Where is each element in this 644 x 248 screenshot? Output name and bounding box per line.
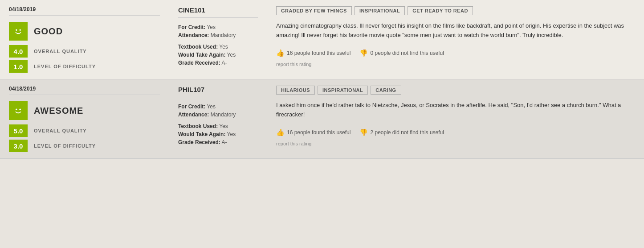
svg-point-1 <box>16 29 17 31</box>
mid-panel: CINE101 For Credit: Yes Attendance: Mand… <box>169 0 267 79</box>
not-helpful-text: 2 people did not find this useful <box>370 129 444 136</box>
tag: GET READY TO READ <box>408 6 473 15</box>
tags-row: GRADED BY FEW THINGSINSPIRATIONALGET REA… <box>276 6 635 15</box>
svg-point-2 <box>19 29 21 31</box>
report-link[interactable]: report this rating <box>276 62 311 67</box>
quality-row: AWESOME <box>9 101 160 120</box>
quality-row: GOOD <box>9 22 160 41</box>
overall-quality-desc: OVERALL QUALITY <box>34 128 87 133</box>
overall-quality-row: 4.0 OVERALL QUALITY <box>9 45 160 58</box>
grade-received: Grade Received: A- <box>178 60 258 66</box>
difficulty-score: 1.0 <box>9 60 28 73</box>
grade-received: Grade Received: A- <box>178 139 258 145</box>
for-credit: For Credit: Yes <box>178 24 258 30</box>
tag: INSPIRATIONAL <box>318 86 368 95</box>
helpful-text: 16 people found this useful <box>287 50 351 56</box>
not-helpful-text: 0 people did not find this useful <box>370 50 444 56</box>
smiley-icon <box>9 22 28 41</box>
feedback-row: 👍 16 people found this useful 👎 2 people… <box>276 128 635 136</box>
thumbs-down-icon: 👎 <box>359 128 368 136</box>
meta-group: Textbook Used: Yes Would Take Again: Yes… <box>178 44 258 66</box>
review-card: 04/18/2019 GOOD 4.0 OVERALL QUALITY 1.0 … <box>0 0 644 79</box>
quality-label: GOOD <box>34 26 63 37</box>
feedback-row: 👍 16 people found this useful 👎 0 people… <box>276 49 635 57</box>
svg-point-4 <box>16 108 17 110</box>
attendance: Attendance: Mandatory <box>178 32 258 38</box>
review-text: Amazing cinematography class. Ill never … <box>276 21 635 40</box>
quality-label: AWESOME <box>34 106 83 116</box>
course-name: PHIL107 <box>178 86 258 97</box>
right-panel: GRADED BY FEW THINGSINSPIRATIONALGET REA… <box>267 0 644 79</box>
difficulty-score: 3.0 <box>9 140 28 152</box>
course-name: CINE101 <box>178 6 258 18</box>
thumbs-up-icon: 👍 <box>276 49 285 57</box>
helpful-count[interactable]: 👍 16 people found this useful <box>276 49 351 57</box>
review-date: 04/18/2019 <box>9 86 160 95</box>
tag: INSPIRATIONAL <box>355 6 405 15</box>
difficulty-desc: LEVEL OF DIFFICULTY <box>34 64 96 69</box>
mid-panel: PHIL107 For Credit: Yes Attendance: Mand… <box>169 79 267 158</box>
thumbs-down-icon: 👎 <box>359 49 368 57</box>
helpful-text: 16 people found this useful <box>287 129 351 136</box>
overall-quality-desc: OVERALL QUALITY <box>34 49 87 54</box>
svg-point-5 <box>19 108 21 110</box>
thumbs-up-icon: 👍 <box>276 128 285 136</box>
textbook-used: Textbook Used: Yes <box>178 44 258 50</box>
review-text: I asked him once if he'd rather talk to … <box>276 101 635 120</box>
review-card: 04/18/2019 AWESOME 5.0 OVERALL QUALITY 3… <box>0 79 644 159</box>
difficulty-row: 1.0 LEVEL OF DIFFICULTY <box>9 60 160 73</box>
review-date: 04/18/2019 <box>9 6 160 16</box>
helpful-count[interactable]: 👍 16 people found this useful <box>276 128 351 136</box>
svg-rect-0 <box>12 25 24 37</box>
report-link[interactable]: report this rating <box>276 141 311 146</box>
overall-quality-score: 5.0 <box>9 124 28 137</box>
tags-row: HILARIOUSINSPIRATIONALCARING <box>276 86 635 95</box>
tag: CARING <box>371 86 401 95</box>
left-panel: 04/18/2019 AWESOME 5.0 OVERALL QUALITY 3… <box>0 79 169 158</box>
attendance: Attendance: Mandatory <box>178 112 258 118</box>
svg-rect-3 <box>12 104 24 117</box>
left-panel: 04/18/2019 GOOD 4.0 OVERALL QUALITY 1.0 … <box>0 0 169 79</box>
overall-quality-score: 4.0 <box>9 45 28 58</box>
not-helpful-count[interactable]: 👎 0 people did not find this useful <box>359 49 444 57</box>
not-helpful-count[interactable]: 👎 2 people did not find this useful <box>359 128 444 136</box>
textbook-used: Textbook Used: Yes <box>178 123 258 129</box>
tag: GRADED BY FEW THINGS <box>276 6 352 15</box>
meta-group: Textbook Used: Yes Would Take Again: Yes… <box>178 123 258 145</box>
tag: HILARIOUS <box>276 86 315 95</box>
would-take-again: Would Take Again: Yes <box>178 131 258 137</box>
right-panel: HILARIOUSINSPIRATIONALCARING I asked him… <box>267 79 644 158</box>
would-take-again: Would Take Again: Yes <box>178 52 258 58</box>
smiley-icon <box>9 101 28 120</box>
difficulty-desc: LEVEL OF DIFFICULTY <box>34 143 96 149</box>
overall-quality-row: 5.0 OVERALL QUALITY <box>9 124 160 137</box>
difficulty-row: 3.0 LEVEL OF DIFFICULTY <box>9 140 160 152</box>
for-credit: For Credit: Yes <box>178 103 258 110</box>
